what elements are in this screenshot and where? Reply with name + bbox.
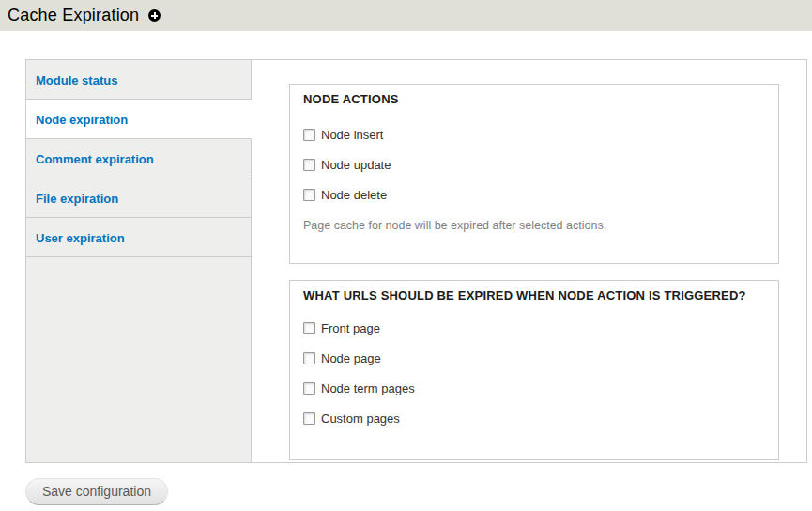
tab-label: User expiration [36, 231, 125, 245]
custom-pages-checkbox[interactable] [303, 412, 315, 425]
page-header: Cache Expiration [0, 0, 812, 31]
checkbox-label: Custom pages [321, 411, 400, 426]
node-update-checkbox[interactable] [303, 159, 315, 171]
tab-label: File expiration [36, 192, 118, 206]
checkbox-row-node-page[interactable]: Node page [303, 351, 381, 365]
checkbox-label: Node page [321, 351, 381, 365]
checkbox-row-front-page[interactable]: Front page [303, 321, 380, 335]
page-title: Cache Expiration [8, 6, 139, 25]
node-delete-checkbox[interactable] [303, 189, 315, 201]
fieldset-legend: NODE ACTIONS [303, 92, 765, 106]
node-term-pages-checkbox[interactable] [303, 382, 315, 395]
expire-urls-fieldset: WHAT URLS SHOULD BE EXPIRED WHEN NODE AC… [289, 280, 779, 460]
node-insert-checkbox[interactable] [303, 129, 315, 141]
checkbox-row-node-insert[interactable]: Node insert [303, 128, 383, 142]
front-page-checkbox[interactable] [303, 322, 315, 334]
shortcut-add-icon[interactable] [148, 9, 161, 22]
checkbox-row-node-delete[interactable]: Node delete [303, 188, 387, 202]
fieldset-description: Page cache for node will be expired afte… [303, 218, 765, 233]
tab-module-status[interactable]: Module status [26, 60, 252, 100]
tab-label: Module status [36, 73, 117, 87]
tabs-filler [26, 257, 252, 462]
tab-user-expiration[interactable]: User expiration [26, 218, 252, 257]
tab-file-expiration[interactable]: File expiration [26, 178, 252, 218]
save-configuration-button[interactable]: Save configuration [25, 478, 168, 505]
checkbox-row-node-update[interactable]: Node update [303, 158, 391, 172]
form-actions: Save configuration [25, 478, 812, 505]
node-actions-fieldset: NODE ACTIONS Node insert Node update Nod… [289, 84, 779, 264]
node-page-checkbox[interactable] [303, 352, 315, 364]
checkbox-label: Node delete [321, 188, 387, 202]
checkbox-row-node-term-pages[interactable]: Node term pages [303, 381, 415, 395]
tab-label: Node expiration [36, 113, 128, 127]
checkbox-label: Front page [321, 321, 380, 335]
checkbox-label: Node term pages [321, 381, 415, 395]
vertical-tabs-panel: Module status Node expiration Comment ex… [25, 59, 807, 463]
tab-content-pane: NODE ACTIONS Node insert Node update Nod… [252, 60, 806, 462]
checkbox-label: Node update [321, 158, 391, 172]
vertical-tabs-list: Module status Node expiration Comment ex… [26, 60, 252, 462]
checkbox-row-custom-pages[interactable]: Custom pages [303, 411, 400, 426]
fieldset-legend: WHAT URLS SHOULD BE EXPIRED WHEN NODE AC… [303, 288, 765, 302]
tab-label: Comment expiration [36, 152, 154, 166]
tab-node-expiration[interactable]: Node expiration [26, 100, 252, 139]
tab-comment-expiration[interactable]: Comment expiration [26, 139, 252, 178]
checkbox-label: Node insert [321, 128, 383, 142]
